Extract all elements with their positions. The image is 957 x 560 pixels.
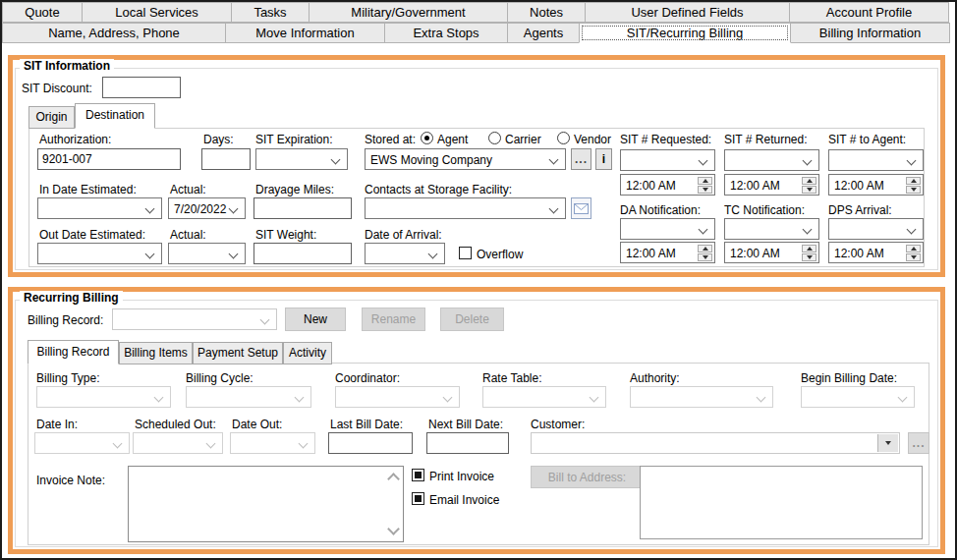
tab-move-information[interactable]: Move Information bbox=[225, 23, 385, 43]
spin-down-button[interactable] bbox=[802, 186, 816, 194]
date-of-arrival-combo[interactable] bbox=[365, 243, 445, 264]
scroll-down-icon[interactable] bbox=[387, 523, 400, 535]
tab-notes[interactable]: Notes bbox=[507, 2, 586, 23]
spin-up-button[interactable] bbox=[802, 245, 816, 252]
coordinator-label: Coordinator: bbox=[335, 371, 400, 385]
tab-billing-information[interactable]: Billing Information bbox=[790, 23, 950, 43]
storage-agent-combo[interactable]: EWS Moving Company bbox=[365, 148, 566, 170]
spin-up-button[interactable] bbox=[906, 245, 921, 252]
stored-at-agent-radio[interactable] bbox=[421, 132, 433, 144]
da-notification-time[interactable]: 12:00 AM bbox=[620, 242, 715, 263]
tab-sit-recurring-billing[interactable]: SIT/Recurring Billing bbox=[579, 23, 791, 43]
invoice-note-textarea[interactable] bbox=[128, 466, 404, 542]
sit-expiration-combo[interactable] bbox=[255, 148, 348, 170]
sit-group-title: SIT Information bbox=[20, 59, 114, 73]
authorization-input[interactable] bbox=[37, 148, 181, 170]
agent-info-button[interactable]: i bbox=[595, 148, 612, 170]
subtab-activity[interactable]: Activity bbox=[283, 342, 332, 364]
spin-up-button[interactable] bbox=[802, 177, 816, 185]
customer-combo[interactable] bbox=[531, 432, 900, 454]
spin-down-button[interactable] bbox=[906, 186, 921, 194]
tab-agents[interactable]: Agents bbox=[507, 23, 580, 43]
destination-panel: Authorization: Days: SIT Expiration: Sto… bbox=[28, 128, 925, 267]
customer-browse-button[interactable]: ... bbox=[908, 432, 929, 454]
billing-type-combo[interactable] bbox=[36, 386, 171, 408]
sit-discount-label: SIT Discount: bbox=[22, 82, 92, 95]
coordinator-combo[interactable] bbox=[335, 386, 460, 408]
spin-down-button[interactable] bbox=[698, 186, 712, 194]
last-bill-date-input[interactable] bbox=[328, 432, 413, 454]
spin-up-button[interactable] bbox=[698, 245, 712, 252]
overflow-checkbox[interactable] bbox=[459, 247, 472, 259]
print-invoice-checkbox[interactable] bbox=[412, 469, 424, 481]
customer-dropdown-button[interactable] bbox=[877, 434, 898, 452]
email-contact-button[interactable] bbox=[571, 197, 591, 219]
in-actual-combo[interactable]: 7/20/2022 bbox=[168, 197, 246, 219]
rename-button[interactable]: Rename bbox=[362, 308, 425, 331]
chevron-down-icon bbox=[549, 155, 559, 165]
in-date-estimated-combo[interactable] bbox=[37, 197, 162, 219]
out-actual-combo[interactable] bbox=[168, 243, 246, 264]
tab-local-services[interactable]: Local Services bbox=[82, 2, 232, 23]
dps-arrival-time[interactable]: 12:00 AM bbox=[828, 242, 924, 263]
delete-button[interactable]: Delete bbox=[440, 308, 504, 331]
new-button[interactable]: New bbox=[285, 308, 346, 331]
authority-combo[interactable] bbox=[630, 386, 773, 408]
tab-quote[interactable]: Quote bbox=[2, 2, 83, 23]
billing-record-combo[interactable] bbox=[112, 308, 277, 330]
spin-up-button[interactable] bbox=[698, 177, 712, 185]
sit-discount-input[interactable] bbox=[102, 77, 181, 98]
subtab-origin[interactable]: Origin bbox=[28, 106, 75, 129]
tab-military-government[interactable]: Military/Government bbox=[309, 2, 508, 23]
scheduled-out-combo[interactable] bbox=[133, 432, 223, 454]
subtab-billing-items[interactable]: Billing Items bbox=[119, 342, 193, 364]
subtab-billing-record[interactable]: Billing Record bbox=[28, 340, 119, 364]
sit-to-agent-combo[interactable] bbox=[828, 149, 924, 171]
drayage-miles-input[interactable] bbox=[253, 197, 352, 219]
agent-browse-button[interactable]: ... bbox=[571, 148, 591, 170]
bill-to-address-button[interactable]: Bill to Address: bbox=[531, 466, 644, 488]
tc-notification-combo[interactable] bbox=[724, 218, 819, 240]
rate-table-combo[interactable] bbox=[482, 386, 606, 408]
chevron-down-icon bbox=[206, 439, 216, 449]
subtab-destination[interactable]: Destination bbox=[75, 103, 155, 129]
bill-to-address-textarea[interactable] bbox=[640, 466, 923, 539]
tab-extra-stops[interactable]: Extra Stops bbox=[384, 23, 508, 43]
arrow-down-icon bbox=[807, 188, 813, 192]
sit-requested-combo[interactable] bbox=[620, 149, 715, 171]
stored-at-vendor-radio[interactable] bbox=[557, 132, 570, 144]
sit-to-agent-time[interactable]: 12:00 AM bbox=[828, 174, 924, 196]
sit-returned-time[interactable]: 12:00 AM bbox=[724, 174, 819, 196]
subtab-payment-setup[interactable]: Payment Setup bbox=[193, 342, 283, 364]
date-out-combo[interactable] bbox=[230, 432, 315, 454]
scroll-up-icon[interactable] bbox=[387, 473, 400, 485]
sit-requested-time[interactable]: 12:00 AM bbox=[620, 174, 715, 196]
arrow-up-icon bbox=[703, 247, 708, 251]
sit-weight-input[interactable] bbox=[253, 243, 352, 264]
spin-down-button[interactable] bbox=[698, 253, 712, 261]
tc-notification-time[interactable]: 12:00 AM bbox=[724, 242, 819, 263]
next-bill-date-input[interactable] bbox=[426, 432, 509, 454]
sit-returned-combo[interactable] bbox=[724, 149, 819, 171]
tab-name-address-phone[interactable]: Name, Address, Phone bbox=[2, 23, 226, 43]
billing-record-panel: Billing Type: Billing Cycle: Coordinator… bbox=[28, 363, 929, 545]
email-invoice-checkbox[interactable] bbox=[412, 492, 424, 505]
stored-at-carrier-radio[interactable] bbox=[488, 132, 501, 144]
out-date-estimated-combo[interactable] bbox=[37, 243, 162, 264]
date-in-combo[interactable] bbox=[34, 432, 130, 454]
contacts-combo[interactable] bbox=[365, 197, 566, 219]
spin-down-button[interactable] bbox=[802, 253, 816, 261]
drayage-miles-label: Drayage Miles: bbox=[255, 183, 334, 196]
dps-arrival-combo[interactable] bbox=[828, 218, 924, 240]
spin-down-button[interactable] bbox=[906, 253, 921, 261]
chevron-down-icon bbox=[229, 250, 239, 259]
da-notification-combo[interactable] bbox=[620, 218, 715, 240]
spin-up-button[interactable] bbox=[906, 177, 921, 185]
out-date-estimated-label: Out Date Estimated: bbox=[39, 228, 145, 242]
billing-cycle-combo[interactable] bbox=[186, 386, 311, 408]
tab-user-defined-fields[interactable]: User Defined Fields bbox=[585, 2, 790, 23]
tab-account-profile[interactable]: Account Profile bbox=[789, 2, 949, 23]
tab-tasks[interactable]: Tasks bbox=[231, 2, 310, 23]
days-input[interactable] bbox=[201, 148, 251, 170]
begin-billing-date-combo[interactable] bbox=[801, 386, 915, 408]
